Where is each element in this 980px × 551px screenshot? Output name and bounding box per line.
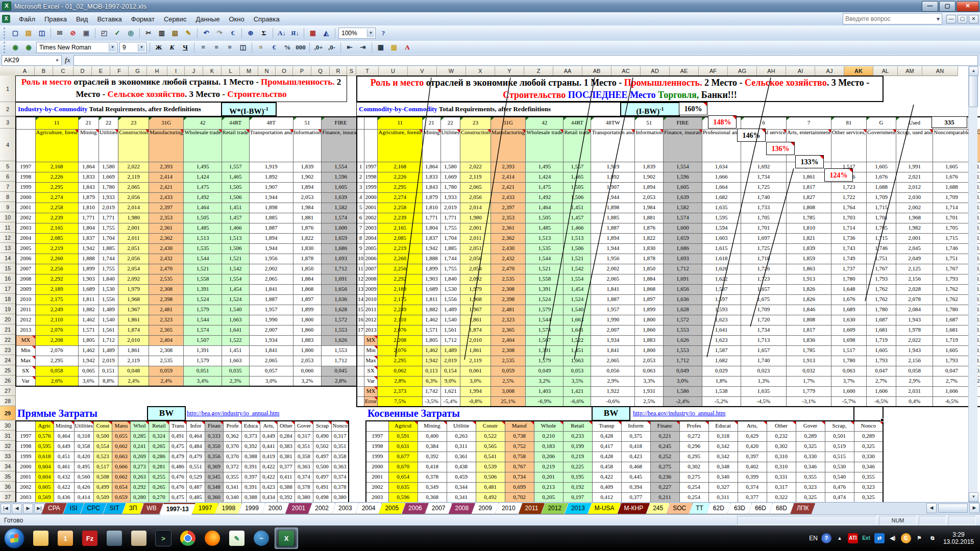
teamviewer-tray-icon[interactable]: ⇄ [874, 533, 885, 543]
cell[interactable]: 1,713 [741, 335, 786, 345]
column-header-AM[interactable]: AM [898, 66, 922, 76]
cell[interactable]: 2,258 [378, 203, 423, 213]
cell[interactable]: 1,884 [635, 274, 664, 284]
cell[interactable]: 1,956 [591, 254, 635, 264]
cell[interactable]: 1,883 [293, 335, 322, 345]
cell[interactable]: 1,899 [293, 305, 322, 315]
cell[interactable]: 1,994 [460, 386, 491, 396]
cell[interactable]: 1,626 [702, 264, 741, 274]
cell[interactable]: 1,882 [78, 305, 99, 315]
underline-button[interactable]: Ч [179, 41, 191, 54]
cell[interactable]: 1,785 [787, 345, 831, 356]
cell[interactable]: 1,626 [663, 335, 702, 345]
cell[interactable]: 1,603 [702, 233, 741, 243]
cell[interactable]: 1,682 [702, 356, 741, 366]
cell[interactable]: 1,719 [867, 335, 896, 345]
cell[interactable]: 1,666 [702, 172, 741, 182]
cell[interactable]: 0,604 [35, 472, 54, 482]
close-button[interactable]: ✕ [957, 1, 979, 12]
cell[interactable]: 0,436 [54, 492, 74, 502]
cell[interactable]: 0,199 [563, 441, 592, 452]
stat-label-Min[interactable]: Min [16, 345, 35, 356]
cell[interactable]: 1,542 [564, 264, 591, 274]
cell[interactable]: 1,811 [78, 294, 99, 305]
year-cell[interactable]: 1997 [366, 431, 388, 441]
sheet-tab-CPA[interactable]: CPA [41, 503, 67, 514]
col-code-Agric[interactable]: Agric [35, 421, 54, 431]
cell[interactable]: 2,9% [896, 376, 933, 386]
cell[interactable]: 1,656 [663, 284, 702, 294]
row-header-27[interactable]: 27 [0, 386, 16, 396]
cell[interactable]: 1,931 [635, 386, 664, 396]
cell[interactable]: 1,8% [702, 376, 741, 386]
row-header-8[interactable]: 8 [0, 192, 16, 202]
year-cell[interactable]: 1998 [366, 441, 388, 452]
cell[interactable]: 1,780 [831, 356, 867, 366]
cell[interactable]: 1,517 [831, 345, 867, 356]
cell[interactable]: 1,839 [787, 243, 831, 254]
cell[interactable]: 1,391 [184, 284, 222, 294]
cell[interactable]: 0,500 [93, 431, 112, 441]
bea-link-right[interactable]: http://bea.gov/industry/io_annual.htm [633, 408, 766, 418]
cell[interactable]: 0,057 [249, 366, 293, 376]
col-code-Transp[interactable]: Transp [592, 421, 621, 431]
cell[interactable]: 0,358 [295, 452, 313, 462]
cell[interactable]: 0,767 [505, 462, 534, 472]
cell[interactable]: 1,465 [564, 172, 591, 182]
cell[interactable]: 0,284 [277, 431, 295, 441]
cell[interactable]: 2,110 [378, 315, 423, 325]
cell[interactable]: 1,540 [564, 305, 591, 315]
cell[interactable]: 2,056 [118, 254, 149, 264]
row-header-6[interactable]: 6 [0, 171, 16, 182]
cell[interactable]: 2,065 [591, 356, 635, 366]
cell[interactable]: 1,703 [831, 213, 867, 223]
row-index[interactable]: 2 [357, 172, 364, 182]
cell[interactable]: 1,800 [635, 345, 664, 356]
cell[interactable]: 1,505 [184, 213, 222, 223]
row-header-9[interactable]: 9 [0, 202, 16, 212]
cell[interactable] [357, 366, 364, 376]
cell[interactable]: 1,506 [222, 192, 249, 203]
cell[interactable]: 0,422 [260, 472, 277, 482]
cell[interactable]: 1,899 [78, 264, 99, 274]
cell[interactable]: 0,296 [679, 441, 708, 452]
cell[interactable]: 1,451 [222, 203, 249, 213]
cell[interactable]: 1,780 [831, 274, 867, 284]
cell[interactable]: 1,691 [322, 274, 360, 284]
cell[interactable]: 0,383 [277, 441, 295, 452]
cell[interactable]: 2,308 [491, 345, 525, 356]
cell[interactable]: 1,863 [787, 264, 831, 274]
cell[interactable]: 0,388 [241, 492, 260, 502]
cell[interactable]: 1,861 [118, 315, 149, 325]
cell[interactable]: 1,505 [222, 182, 249, 192]
cell[interactable]: 1,506 [222, 243, 249, 254]
cell[interactable]: 1,742 [423, 386, 440, 396]
comodo-tray-icon[interactable]: C [901, 533, 911, 543]
cell[interactable]: 0,245 [650, 441, 679, 452]
cell[interactable]: 1,785 [787, 213, 831, 223]
col-code-Other[interactable]: Other [277, 421, 295, 431]
cell[interactable]: 2,110 [35, 315, 78, 325]
cell[interactable]: 2,249 [378, 305, 423, 315]
cell[interactable]: 1,485 [526, 223, 564, 233]
col-code-42[interactable]: 42 [526, 117, 564, 129]
cell[interactable]: 0,423 [260, 482, 277, 492]
cell[interactable]: 1,391 [184, 345, 222, 356]
cell[interactable]: 1,885 [440, 243, 460, 254]
row-index[interactable]: 17 [357, 325, 364, 335]
cell[interactable]: 2,397 [149, 203, 184, 213]
cell[interactable]: 1,572 [322, 315, 360, 325]
cell[interactable]: 1,978 [896, 325, 933, 335]
cell[interactable]: 1,605 [933, 345, 970, 356]
cell[interactable]: 0,734 [505, 472, 534, 482]
year-cell[interactable]: 2007 [364, 264, 378, 274]
cell[interactable]: 0,255 [149, 472, 169, 482]
cell[interactable]: 0,211 [650, 492, 679, 502]
cell[interactable]: 1,686 [322, 243, 360, 254]
cell[interactable]: 2,065 [591, 274, 635, 284]
column-header-S[interactable]: S [347, 66, 356, 76]
cell[interactable]: 2,481 [149, 305, 184, 315]
col-code-Gover[interactable]: Gover [295, 421, 313, 431]
cell[interactable]: 1,898 [591, 203, 635, 213]
row-index[interactable]: 11 [357, 264, 364, 274]
